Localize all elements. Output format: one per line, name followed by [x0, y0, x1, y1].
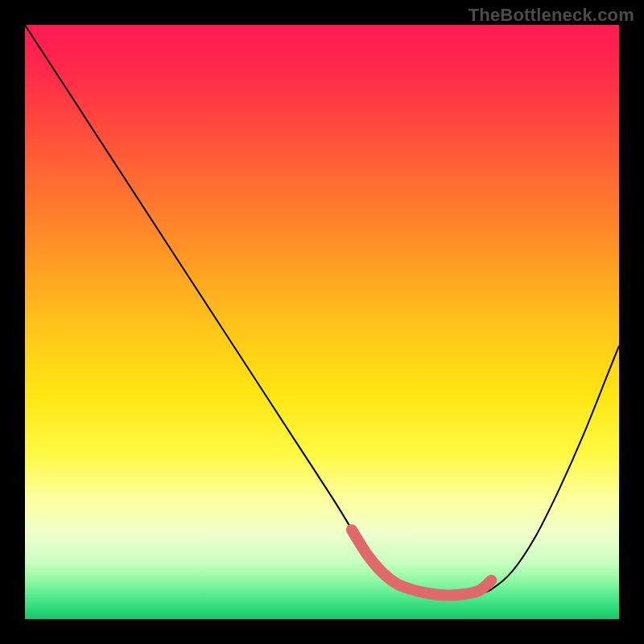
bottleneck-chart	[0, 0, 644, 644]
watermark-text: TheBottleneck.com	[469, 5, 634, 26]
gradient-background	[25, 25, 619, 619]
chart-frame: TheBottleneck.com	[0, 0, 644, 644]
